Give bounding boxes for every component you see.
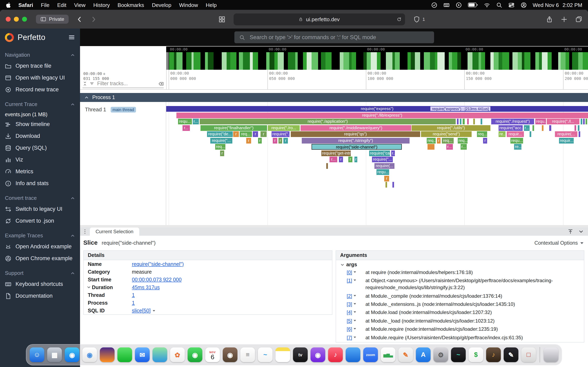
flame-slice[interactable] <box>579 131 580 137</box>
section-title-convert-trace[interactable]: Convert trace <box>0 189 80 203</box>
tab-group-icon[interactable] <box>218 16 225 23</box>
argument-index[interactable]: [1] <box>347 277 365 292</box>
sidebar-item-keyboard-shortcuts[interactable]: Keyboard shortcuts <box>0 278 80 290</box>
contextual-options-button[interactable]: Contextual Options <box>534 240 584 246</box>
flame-slice[interactable]: requ... <box>178 119 192 124</box>
tab-overview-icon[interactable] <box>575 16 582 23</box>
detail-value[interactable]: 1 <box>132 292 135 298</box>
flame-slice[interactable]: require("get-intrins... <box>321 150 351 156</box>
add-marker-button[interactable]: + <box>103 71 105 76</box>
flame-slice[interactable]: req... <box>240 131 252 137</box>
flame-slice[interactable]: r... <box>329 157 337 162</box>
flame-slice[interactable]: req... <box>215 144 225 150</box>
thread-track-header[interactable]: Thread 1 main thread <box>80 102 166 225</box>
search-box[interactable] <box>234 31 434 43</box>
flame-slice[interactable] <box>586 119 587 124</box>
sidebar-item-open-chrome-example[interactable]: Open Chrome example <box>0 252 80 264</box>
flame-slice[interactable]: require("./ro... <box>268 125 300 131</box>
menu-item-window[interactable]: Window <box>179 2 198 8</box>
sidebar-item-record-new-trace[interactable]: Record new trace <box>0 83 80 95</box>
section-title-example-traces[interactable]: Example Traces <box>0 227 80 241</box>
wifi-icon[interactable] <box>484 2 490 8</box>
flame-slice[interactable]: require("de... <box>207 131 233 137</box>
flame-slice[interactable]: r <box>258 138 262 143</box>
dock-music[interactable]: ♪ <box>328 347 343 362</box>
reload-icon[interactable] <box>396 17 402 22</box>
new-tab-icon[interactable] <box>561 16 568 23</box>
sidebar-item-documentation[interactable]: Documentation <box>0 290 80 302</box>
sort-tracks-icon[interactable] <box>89 81 94 86</box>
flame-slice[interactable]: r <box>273 138 277 143</box>
flame-slice[interactable]: r <box>260 131 267 137</box>
flame-slice[interactable] <box>583 119 585 124</box>
sidebar-item-download[interactable]: Download <box>0 130 80 142</box>
detail-value[interactable]: require("side-channel") <box>132 261 184 267</box>
control-center-icon[interactable] <box>508 2 514 8</box>
flame-slice[interactable]: r <box>437 138 441 143</box>
flame-slice[interactable]: r <box>220 150 224 156</box>
flame-slice[interactable]: requir... <box>507 131 524 137</box>
menu-item-file[interactable]: File <box>41 2 49 8</box>
menu-time[interactable]: 2:02 PM <box>562 2 582 8</box>
detail-value[interactable]: slice[50] <box>132 308 156 313</box>
minimize-window-button[interactable] <box>14 17 19 22</box>
menu-toggle-icon[interactable] <box>68 34 75 41</box>
flame-slice[interactable]: r <box>355 157 357 162</box>
dock-instruments[interactable]: ~ <box>451 347 466 362</box>
flame-slice[interactable]: requ... <box>510 138 523 143</box>
apple-menu-icon[interactable] <box>6 2 11 8</box>
flame-slice[interactable]: r <box>233 131 239 137</box>
flame-slice[interactable]: r... <box>193 119 199 124</box>
flame-slice[interactable]: r <box>483 138 487 143</box>
flame-slice[interactable] <box>473 119 475 124</box>
address-bar[interactable]: ui.perfetto.dev <box>233 13 405 25</box>
section-title-navigation[interactable]: Navigation <box>0 46 80 60</box>
chevron-down-icon[interactable] <box>86 285 91 290</box>
back-button[interactable] <box>76 16 83 23</box>
flame-slice[interactable] <box>549 125 551 131</box>
flame-slice[interactable] <box>463 119 465 124</box>
menu-date[interactable]: Wed Nov 6 <box>533 2 559 8</box>
flame-slice[interactable]: req... <box>442 138 454 143</box>
dock-zoom[interactable]: zoom <box>363 347 378 362</box>
dock-chrome[interactable]: ◉ <box>82 347 97 362</box>
flame-slice[interactable]: require("./stringify") <box>302 138 410 143</box>
flame-slice[interactable]: requ... <box>535 119 546 124</box>
dock-design-app[interactable]: ✎ <box>504 347 518 362</box>
dock-messages[interactable] <box>117 347 132 362</box>
flame-slice[interactable]: r... <box>524 125 530 131</box>
menu-item-bookmarks[interactable]: Bookmarks <box>118 2 144 8</box>
dock-currency[interactable]: $ <box>468 347 483 362</box>
menu-item-safari[interactable]: Safari <box>18 2 33 8</box>
sidebar-item-info-and-stats[interactable]: Info and stats <box>0 177 80 189</box>
flame-slice[interactable] <box>575 125 576 131</box>
flame-slice[interactable]: require("acc... <box>499 125 523 131</box>
sidebar-item-viz[interactable]: Viz <box>0 154 80 166</box>
flame-slice[interactable] <box>542 125 544 131</box>
section-title-support[interactable]: Support <box>0 264 80 278</box>
keyboard-icon[interactable] <box>443 2 449 8</box>
dock-finder[interactable]: ☺ <box>30 347 44 362</box>
sidebar-item-query-sql[interactable]: Query (SQL) <box>0 142 80 154</box>
flame-slice[interactable] <box>530 131 531 137</box>
flame-slice[interactable]: require("ca... <box>369 150 390 156</box>
section-title-current-trace[interactable]: Current Trace <box>0 95 80 109</box>
args-group-header[interactable]: args <box>336 260 584 268</box>
process-group-header[interactable]: Process 1 <box>80 93 588 102</box>
argument-index[interactable]: [2] <box>347 292 365 300</box>
flame-slice[interactable]: require("./lib/express") <box>176 112 588 118</box>
flame-slice[interactable]: r... <box>461 144 467 150</box>
dock-safari[interactable]: ◉ <box>65 347 79 362</box>
sidebar-item-open-android-example[interactable]: Open Android example <box>0 241 80 252</box>
user-icon[interactable] <box>520 2 527 8</box>
dock-launchpad[interactable]: ▦ <box>47 347 62 362</box>
flame-slice[interactable]: require("send") <box>421 131 472 137</box>
private-badge[interactable]: Private <box>36 15 69 24</box>
flame-slice[interactable] <box>467 119 469 124</box>
flame-slice[interactable]: require(... <box>374 163 394 169</box>
flame-slice[interactable]: r... <box>182 125 190 131</box>
dock-freeform[interactable]: ~ <box>258 347 273 362</box>
close-window-button[interactable] <box>6 17 11 22</box>
sidebar-item-show-timeline[interactable]: Show timeline <box>0 118 80 130</box>
flame-slice[interactable]: r... <box>446 144 453 150</box>
